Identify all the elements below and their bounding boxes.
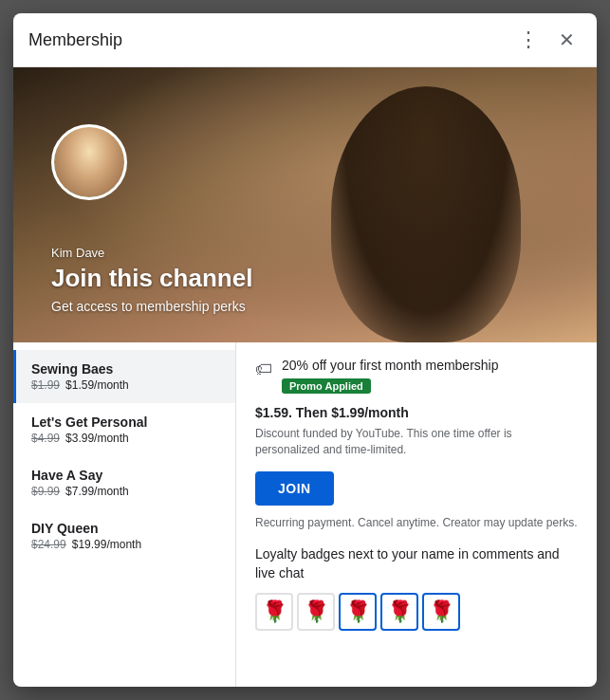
tier-new-price: $3.99/month (65, 432, 129, 445)
close-button[interactable]: ✕ (551, 25, 582, 55)
tier-name: Let's Get Personal (31, 414, 220, 430)
tag-icon: 🏷 (255, 359, 272, 379)
tier-details: 🏷 20% off your first month membership Pr… (236, 342, 597, 687)
tier-item[interactable]: Sewing Baes $1.99 $1.59/month (13, 350, 235, 403)
tier-new-price: $1.59/month (65, 378, 129, 392)
tier-old-price: $1.99 (31, 378, 60, 392)
tier-old-price: $24.99 (31, 538, 66, 551)
join-button[interactable]: JOIN (255, 471, 334, 506)
modal-header: Membership ⋮ ✕ (13, 13, 597, 67)
price-main: $1.59. Then $1.99/month (255, 405, 578, 420)
badge-item[interactable]: 🌹 (339, 593, 377, 631)
hero-subtitle: Get access to membership perks (51, 299, 252, 314)
tier-price-row: $4.99 $3.99/month (31, 432, 220, 445)
badge-icon: 🌹 (304, 599, 329, 624)
promo-title: 20% off your first month membership (282, 358, 499, 373)
recurring-note: Recurring payment. Cancel anytime. Creat… (255, 515, 578, 531)
promo-badge: Promo Applied (282, 378, 371, 394)
promo-row: 🏷 20% off your first month membership Pr… (255, 358, 578, 394)
badge-item[interactable]: 🌹 (297, 593, 335, 631)
badge-icon: 🌹 (387, 599, 413, 624)
price-block: $1.59. Then $1.99/month (255, 405, 578, 420)
tier-name: Have A Say (31, 468, 220, 483)
main-body: Sewing Baes $1.99 $1.59/month Let's Get … (13, 342, 597, 687)
badge-icon: 🌹 (345, 599, 371, 624)
modal-title: Membership (28, 30, 122, 50)
membership-modal: Membership ⋮ ✕ Kim Dave Join this channe… (13, 13, 597, 687)
tier-name: DIY Queen (31, 521, 220, 536)
badge-item[interactable]: 🌹 (380, 593, 418, 631)
tier-old-price: $9.99 (31, 485, 60, 498)
tier-list: Sewing Baes $1.99 $1.59/month Let's Get … (13, 342, 236, 687)
badge-item[interactable]: 🌹 (422, 593, 460, 631)
tier-price-row: $24.99 $19.99/month (31, 538, 220, 551)
close-icon: ✕ (559, 28, 575, 51)
tier-new-price: $7.99/month (65, 485, 129, 498)
tier-item[interactable]: Let's Get Personal $4.99 $3.99/month (13, 403, 235, 456)
person-image (331, 86, 521, 342)
channel-name: Kim Dave (51, 246, 252, 260)
tier-price-row: $9.99 $7.99/month (31, 485, 220, 498)
badges-row: 🌹 🌹 🌹 🌹 🌹 (255, 593, 578, 631)
tier-old-price: $4.99 (31, 432, 60, 445)
header-actions: ⋮ ✕ (513, 25, 582, 55)
hero-section: Kim Dave Join this channel Get access to… (13, 67, 597, 342)
modal-content[interactable]: Kim Dave Join this channel Get access to… (13, 67, 597, 687)
tier-item[interactable]: DIY Queen $24.99 $19.99/month (13, 509, 235, 562)
badge-icon: 🌹 (262, 599, 287, 624)
badge-item[interactable]: 🌹 (255, 593, 293, 631)
tier-price-row: $1.99 $1.59/month (31, 378, 220, 392)
more-options-button[interactable]: ⋮ (513, 25, 544, 55)
badge-icon: 🌹 (429, 599, 454, 624)
tier-name: Sewing Baes (31, 361, 220, 377)
price-note: Discount funded by YouTube. This one tim… (255, 426, 578, 458)
tier-new-price: $19.99/month (72, 538, 141, 551)
loyalty-title: Loyalty badges next to your name in comm… (255, 545, 578, 582)
avatar (51, 124, 127, 200)
promo-text-block: 20% off your first month membership Prom… (282, 358, 499, 394)
tier-item[interactable]: Have A Say $9.99 $7.99/month (13, 456, 235, 509)
hero-text: Kim Dave Join this channel Get access to… (51, 246, 252, 314)
hero-title: Join this channel (51, 264, 252, 293)
dots-icon: ⋮ (518, 28, 540, 52)
avatar-image (54, 127, 124, 197)
